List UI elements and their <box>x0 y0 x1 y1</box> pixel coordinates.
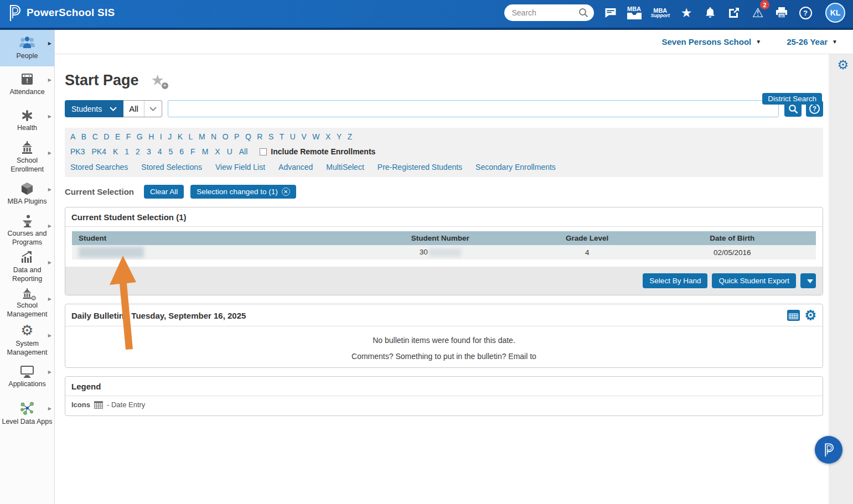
alphabet-link[interactable]: Q <box>245 132 251 141</box>
grade-link[interactable]: M <box>202 147 209 156</box>
alphabet-link[interactable]: M <box>199 132 205 141</box>
alphabet-link[interactable]: O <box>223 132 229 141</box>
alerts-warning-icon[interactable]: ⚠ 2 <box>751 2 765 23</box>
chevron-right-icon: ▶ <box>48 333 51 338</box>
chevron-down-icon <box>144 101 162 117</box>
alphabet-link[interactable]: L <box>189 132 193 141</box>
user-avatar[interactable]: KL <box>825 3 845 23</box>
alphabet-link[interactable]: A <box>70 132 75 141</box>
sidebar-item-health[interactable]: Health ▶ <box>0 103 54 139</box>
alphabet-link[interactable]: G <box>137 132 143 141</box>
alphabet-link[interactable]: S <box>268 132 273 141</box>
quick-student-export-button[interactable]: Quick Student Export <box>712 273 796 288</box>
search-category-dropdown[interactable]: Students <box>65 100 123 117</box>
alphabet-link[interactable]: I <box>160 132 162 141</box>
quick-link[interactable]: View Field List <box>215 163 265 172</box>
year-selector[interactable]: 25-26 Year ▼ <box>787 37 838 46</box>
district-search-button[interactable]: District Search <box>762 93 822 105</box>
favorite-page-star-icon[interactable]: ★+ <box>151 73 164 88</box>
page-settings-gear-icon[interactable]: ⚙ <box>837 59 849 71</box>
alphabet-link[interactable]: R <box>257 132 262 141</box>
search-filter-panel: ABCDEFGHIJKLMNOPQRSTUVWXYZ PK3PK4K123456… <box>65 128 823 177</box>
grade-link[interactable]: PK3 <box>70 147 85 156</box>
alphabet-link[interactable]: P <box>234 132 239 141</box>
favorites-star-icon[interactable]: ★ <box>679 2 694 23</box>
grade-link[interactable]: PK4 <box>91 147 106 156</box>
alphabet-link[interactable]: B <box>81 132 86 141</box>
grade-link[interactable]: U <box>227 147 232 156</box>
sidebar-item-system-management[interactable]: ⚙ System Management ▶ <box>0 322 54 358</box>
student-name-cell[interactable] <box>72 245 355 259</box>
sidebar-item-attendance[interactable]: ! Attendance ▶ <box>0 66 54 103</box>
redacted-student-name <box>79 247 144 258</box>
grade-link[interactable]: 4 <box>158 147 162 156</box>
select-by-hand-button[interactable]: Select By Hand <box>643 273 707 288</box>
compose-icon[interactable] <box>727 2 741 23</box>
alphabet-link[interactable]: J <box>168 132 172 141</box>
grade-link[interactable]: All <box>239 147 248 156</box>
mba-support-icon[interactable]: MBA Support <box>651 2 670 23</box>
main-content: Start Page ★+ District Search Students A… <box>55 54 829 504</box>
gear-icon: ⚙ <box>20 323 33 337</box>
selection-changed-chip[interactable]: Selection changed to (1) ✕ <box>190 185 296 199</box>
alphabet-link[interactable]: Y <box>337 132 342 141</box>
dismiss-x-icon[interactable]: ✕ <box>282 188 290 196</box>
quick-link[interactable]: Pre-Registered Students <box>378 163 462 172</box>
quick-link[interactable]: Stored Selections <box>141 163 202 172</box>
sidebar-item-level-data-apps[interactable]: Level Data Apps ▶ <box>0 395 54 432</box>
messages-icon[interactable] <box>603 2 618 23</box>
mba-inbox-icon[interactable]: MBA <box>627 2 642 23</box>
alphabet-link[interactable]: N <box>211 132 216 141</box>
legend-icons-label: Icons <box>71 401 90 409</box>
table-row[interactable]: 30 4 02/05/2016 <box>72 245 816 259</box>
notifications-bell-icon[interactable] <box>703 2 717 23</box>
grade-link[interactable]: 3 <box>147 147 151 156</box>
sidebar-item-data-reporting[interactable]: Data and Reporting ▶ <box>0 249 54 285</box>
student-search-input[interactable] <box>168 100 779 117</box>
sidebar-item-school-enrollment[interactable]: School Enrollment ▶ <box>0 139 54 176</box>
alphabet-link[interactable]: D <box>104 132 109 141</box>
sidebar-item-mba-plugins[interactable]: MBA Plugins ▶ <box>0 176 54 212</box>
include-remote-checkbox[interactable] <box>260 148 267 155</box>
sidebar-item-courses-programs[interactable]: Courses and Programs ▶ <box>0 212 54 249</box>
school-selector[interactable]: Seven Persons School ▼ <box>661 37 761 46</box>
search-scope-dropdown[interactable]: All <box>123 100 162 117</box>
grade-link[interactable]: K <box>113 147 118 156</box>
grade-link[interactable]: 1 <box>125 147 129 156</box>
alphabet-link[interactable]: H <box>148 132 154 141</box>
alphabet-link[interactable]: T <box>280 132 285 141</box>
brand[interactable]: PowerSchool SIS <box>8 4 115 22</box>
grade-link[interactable]: 2 <box>136 147 140 156</box>
print-icon[interactable] <box>774 2 789 23</box>
alphabet-link[interactable]: X <box>325 132 330 141</box>
export-options-dropdown[interactable] <box>800 273 816 288</box>
alphabet-link[interactable]: U <box>290 132 296 141</box>
grade-link[interactable]: F <box>190 147 195 156</box>
sidebar-item-people[interactable]: People ▶ <box>0 30 54 66</box>
quick-link[interactable]: Stored Searches <box>70 163 128 172</box>
quick-link[interactable]: Secondary Enrollments <box>475 163 556 172</box>
bulletin-calendar-icon[interactable] <box>787 310 800 321</box>
alphabet-link[interactable]: E <box>115 132 120 141</box>
powerschool-assistant-button[interactable] <box>815 436 842 464</box>
clear-all-button[interactable]: Clear All <box>144 185 184 199</box>
alphabet-link[interactable]: C <box>92 132 98 141</box>
grade-link[interactable]: 5 <box>168 147 173 156</box>
sidebar-item-school-management[interactable]: ⚙ School Management ▶ <box>0 285 54 322</box>
sidebar-item-applications[interactable]: Applications ▶ <box>0 358 54 395</box>
alphabet-link[interactable]: V <box>301 132 306 141</box>
quick-link[interactable]: MultiSelect <box>326 163 364 172</box>
current-selection-label: Current Selection <box>65 187 134 196</box>
people-icon <box>18 35 36 50</box>
alphabet-link[interactable]: Z <box>348 132 353 141</box>
alphabet-link[interactable]: K <box>178 132 183 141</box>
quick-link[interactable]: Advanced <box>278 163 313 172</box>
grade-link[interactable]: 6 <box>179 147 184 156</box>
student-selection-table: Student Student Number Grade Level Date … <box>72 231 816 259</box>
powerschool-logo-icon <box>823 443 834 457</box>
help-icon[interactable]: ? <box>798 2 813 23</box>
alphabet-link[interactable]: W <box>312 132 319 141</box>
alphabet-link[interactable]: F <box>126 132 131 141</box>
bulletin-settings-gear-icon[interactable]: ⚙ <box>804 309 816 321</box>
grade-link[interactable]: X <box>215 147 220 156</box>
